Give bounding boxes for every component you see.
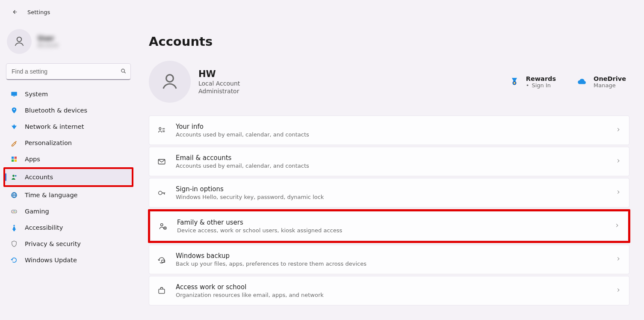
main-content: Accounts HW Local Account Administrator bbox=[137, 21, 644, 320]
profile-name: User bbox=[38, 35, 58, 42]
sidebar-item-personalization[interactable]: Personalization bbox=[5, 135, 132, 151]
sidebar-item-bluetooth-devices[interactable]: Bluetooth & devices bbox=[5, 102, 132, 119]
person-icon bbox=[160, 71, 180, 92]
nav-icon bbox=[10, 240, 18, 248]
card-icon bbox=[157, 126, 166, 135]
chevron-right-icon bbox=[615, 287, 621, 295]
search-container bbox=[6, 63, 131, 80]
svg-rect-6 bbox=[15, 157, 17, 159]
svg-rect-7 bbox=[12, 160, 14, 162]
sidebar-item-label: Accessibility bbox=[25, 224, 63, 231]
chevron-right-icon bbox=[615, 157, 621, 166]
avatar bbox=[7, 29, 32, 54]
sidebar-item-time-language[interactable]: Time & language bbox=[5, 187, 132, 203]
card-subtitle: Accounts used by email, calendar, and co… bbox=[176, 163, 309, 169]
nav-icon bbox=[10, 191, 18, 199]
person-icon bbox=[13, 35, 26, 48]
nav-icon bbox=[10, 207, 18, 215]
sidebar-item-label: Apps bbox=[25, 156, 40, 163]
card-title: Access work or school bbox=[176, 283, 324, 291]
profile-sub: Account bbox=[38, 42, 58, 48]
sidebar-item-label: Gaming bbox=[25, 208, 49, 215]
card-wrap: Access work or schoolOrganization resour… bbox=[149, 276, 629, 305]
rewards-link[interactable]: Rewards Sign In bbox=[509, 75, 556, 89]
cloud-icon bbox=[576, 76, 588, 87]
card-windows-backup[interactable]: Windows backupBack up your files, apps, … bbox=[149, 245, 629, 274]
svg-point-17 bbox=[14, 212, 15, 213]
chevron-right-icon bbox=[614, 222, 620, 230]
svg-point-1 bbox=[121, 69, 125, 72]
sidebar-item-label: Bluetooth & devices bbox=[25, 107, 87, 114]
svg-point-0 bbox=[17, 37, 22, 42]
sidebar-item-label: Time & language bbox=[25, 192, 78, 199]
svg-point-9 bbox=[12, 175, 15, 177]
card-wrap: Your infoAccounts used by email, calenda… bbox=[149, 116, 629, 145]
card-sign-in-options[interactable]: Sign-in optionsWindows Hello, security k… bbox=[149, 178, 629, 207]
card-subtitle: Back up your files, apps, preferences to… bbox=[176, 261, 366, 267]
sidebar-item-privacy-security[interactable]: Privacy & security bbox=[5, 236, 132, 252]
account-role: Administrator bbox=[198, 88, 240, 95]
card-title: Your info bbox=[176, 123, 309, 130]
account-name: HW bbox=[198, 69, 240, 79]
sidebar-item-apps[interactable]: Apps bbox=[5, 151, 132, 167]
sidebar: User Account SystemBluetooth & devicesNe… bbox=[0, 21, 137, 320]
back-button[interactable] bbox=[8, 5, 21, 19]
sidebar-item-label: Network & internet bbox=[25, 123, 84, 130]
svg-rect-3 bbox=[13, 96, 15, 97]
card-title: Sign-in options bbox=[176, 185, 324, 193]
sidebar-item-network-internet[interactable]: Network & internet bbox=[5, 119, 132, 135]
highlight-box: Accounts bbox=[3, 167, 133, 187]
sidebar-item-gaming[interactable]: Gaming bbox=[5, 203, 132, 219]
svg-point-4 bbox=[14, 109, 15, 110]
sidebar-profile[interactable]: User Account bbox=[5, 21, 132, 63]
card-email-accounts[interactable]: Email & accountsAccounts used by email, … bbox=[149, 147, 629, 176]
card-wrap: Sign-in optionsWindows Hello, security k… bbox=[149, 178, 629, 207]
card-title: Windows backup bbox=[176, 252, 366, 260]
svg-rect-5 bbox=[12, 157, 14, 159]
card-icon bbox=[157, 255, 166, 264]
nav-icon bbox=[10, 123, 18, 130]
svg-point-22 bbox=[159, 127, 161, 130]
svg-rect-8 bbox=[15, 160, 17, 162]
card-subtitle: Organization resources like email, apps,… bbox=[176, 292, 324, 298]
nav-icon bbox=[10, 155, 18, 163]
card-icon bbox=[158, 222, 168, 231]
account-avatar bbox=[149, 61, 191, 103]
sidebar-item-accessibility[interactable]: Accessibility bbox=[5, 219, 132, 236]
svg-point-10 bbox=[15, 175, 17, 177]
nav-icon bbox=[10, 107, 18, 114]
sidebar-item-label: Accounts bbox=[25, 174, 53, 181]
card-family-other-users[interactable]: Family & other usersDevice access, work … bbox=[150, 211, 628, 241]
sidebar-item-label: Privacy & security bbox=[25, 240, 81, 247]
card-title: Family & other users bbox=[177, 219, 342, 226]
nav-icon bbox=[10, 139, 18, 147]
card-access-work-or-school[interactable]: Access work or schoolOrganization resour… bbox=[149, 276, 629, 305]
card-icon bbox=[157, 188, 166, 198]
search-input[interactable] bbox=[6, 63, 131, 80]
chevron-right-icon bbox=[615, 189, 621, 197]
sidebar-nav: SystemBluetooth & devicesNetwork & inter… bbox=[5, 86, 132, 268]
highlight-box: Family & other usersDevice access, work … bbox=[148, 209, 630, 243]
card-subtitle: Device access, work or school users, kio… bbox=[177, 227, 342, 234]
card-icon bbox=[157, 157, 166, 166]
card-your-info[interactable]: Your infoAccounts used by email, calenda… bbox=[149, 116, 629, 145]
svg-point-16 bbox=[14, 210, 15, 211]
card-subtitle: Windows Hello, security key, password, d… bbox=[176, 194, 324, 200]
rewards-title: Rewards bbox=[526, 75, 556, 82]
onedrive-link[interactable]: OneDrive Manage bbox=[576, 75, 626, 89]
card-icon bbox=[157, 286, 166, 296]
sidebar-item-system[interactable]: System bbox=[5, 86, 132, 102]
account-type: Local Account bbox=[198, 80, 240, 87]
settings-cards: Your infoAccounts used by email, calenda… bbox=[149, 116, 629, 305]
sidebar-item-windows-update[interactable]: Windows Update bbox=[5, 252, 132, 268]
search-icon bbox=[120, 68, 127, 76]
svg-point-25 bbox=[161, 223, 163, 226]
onedrive-title: OneDrive bbox=[594, 75, 626, 82]
svg-point-15 bbox=[15, 211, 15, 212]
svg-point-24 bbox=[159, 191, 162, 194]
card-wrap: Email & accountsAccounts used by email, … bbox=[149, 147, 629, 176]
app-title: Settings bbox=[27, 9, 50, 15]
sidebar-item-label: Personalization bbox=[25, 139, 72, 146]
sidebar-item-accounts[interactable]: Accounts bbox=[5, 169, 132, 185]
card-wrap: Windows backupBack up your files, apps, … bbox=[149, 245, 629, 274]
